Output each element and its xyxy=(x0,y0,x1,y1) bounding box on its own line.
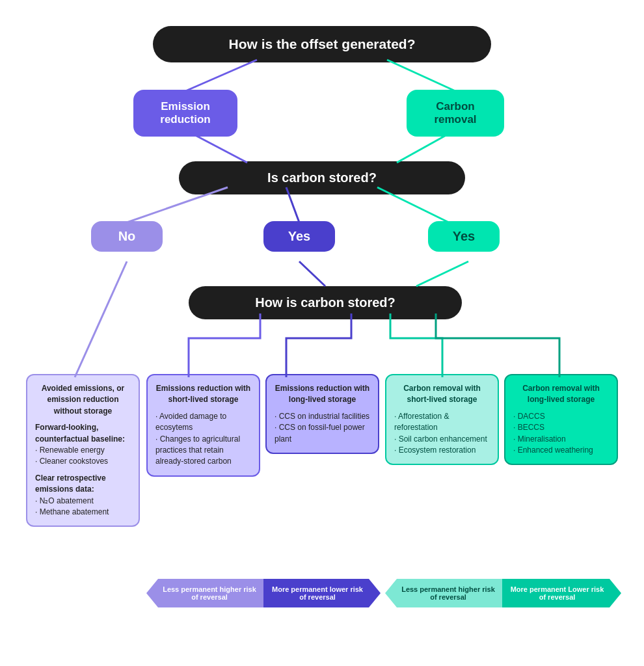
svg-line-7 xyxy=(299,261,325,286)
card3-body2: · CCS on fossil-fuel power plant xyxy=(275,422,370,445)
card1-body4: Clear retrospective emissions data: xyxy=(35,473,131,496)
card5-body1: · DACCS xyxy=(513,411,609,422)
carbon-removal-label: Carbon removal xyxy=(407,90,504,137)
card1-body6: · Methane abatement xyxy=(35,507,131,518)
card3-body1: · CCS on industrial facilities xyxy=(275,411,370,422)
arrow-less-permanent-green: Less permanent higher risk of reversal xyxy=(385,579,502,607)
card1-body5: · N₂O abatement xyxy=(35,496,131,507)
card-emissions-long-lived: Emissions reduction with long-lived stor… xyxy=(265,374,379,454)
card1-title: Avoided emissions, or emission reduction… xyxy=(35,383,131,417)
card2-body2: · Changes to agricultural practices that… xyxy=(155,434,251,468)
svg-line-0 xyxy=(185,60,257,91)
how-carbon-stored-label: How is carbon stored? xyxy=(189,286,462,319)
card5-body3: · Mineralisation xyxy=(513,434,609,445)
svg-line-1 xyxy=(387,60,455,91)
emission-reduction-label: Emission reduction xyxy=(133,90,237,137)
card3-title: Emissions reduction with long-lived stor… xyxy=(275,383,370,406)
arrow-left-blue-label: Less permanent higher risk of reversal xyxy=(162,585,257,601)
svg-line-9 xyxy=(75,261,127,377)
card2-body1: · Avoided damage to ecosytems xyxy=(155,411,251,434)
is-carbon-stored-box: Is carbon stored? xyxy=(179,161,465,194)
no-label: No xyxy=(91,221,163,252)
yes-blue-box: Yes xyxy=(263,221,335,252)
how-carbon-stored-box: How is carbon stored? xyxy=(189,286,462,319)
arrow-right-green-label: More permanent Lower risk of reversal xyxy=(509,585,606,601)
card1-body3: · Cleaner cookstoves xyxy=(35,456,131,467)
arrow-more-permanent-green: More permanent Lower risk of reversal xyxy=(502,579,621,607)
arrow-left-green-label: Less permanent higher risk of reversal xyxy=(401,585,496,601)
card-avoided-emissions: Avoided emissions, or emission reduction… xyxy=(26,374,140,527)
yes-green-label: Yes xyxy=(428,221,500,252)
card4-title: Carbon removal with short-lived storage xyxy=(394,383,490,406)
emission-reduction-box: Emission reduction xyxy=(133,90,237,137)
card4-body3: · Ecosystem restoration xyxy=(394,445,490,456)
card1-body1: Forward-looking, counterfactual baseline… xyxy=(35,422,131,445)
yes-blue-label: Yes xyxy=(263,221,335,252)
card5-body2: · BECCS xyxy=(513,422,609,433)
top-question-box: How is the offset generated? xyxy=(153,26,491,62)
card4-body2: · Soil carbon enhancement xyxy=(394,434,490,445)
card-carbon-short-lived: Carbon removal with short-lived storage … xyxy=(385,374,499,465)
no-box: No xyxy=(91,221,163,252)
arrow-less-permanent-blue: Less permanent higher risk of reversal xyxy=(146,579,263,607)
arrow-more-permanent-blue: More permanent lower risk of reversal xyxy=(263,579,381,607)
card-emissions-short-lived: Emissions reduction with short-lived sto… xyxy=(146,374,260,477)
top-question-label: How is the offset generated? xyxy=(153,26,491,62)
card1-body2: · Renewable energy xyxy=(35,445,131,456)
card5-title: Carbon removal with long-lived storage xyxy=(513,383,609,406)
arrow-right-blue-label: More permanent lower risk of reversal xyxy=(270,585,365,601)
is-carbon-stored-label: Is carbon stored? xyxy=(179,161,465,194)
card4-body1: · Afforestation & reforestation xyxy=(394,411,490,434)
carbon-removal-box: Carbon removal xyxy=(407,90,504,137)
card-carbon-long-lived: Carbon removal with long-lived storage ·… xyxy=(504,374,618,465)
card5-body4: · Enhanced weathering xyxy=(513,445,609,456)
yes-green-box: Yes xyxy=(428,221,500,252)
svg-line-8 xyxy=(416,261,468,286)
card2-title: Emissions reduction with short-lived sto… xyxy=(155,383,251,406)
